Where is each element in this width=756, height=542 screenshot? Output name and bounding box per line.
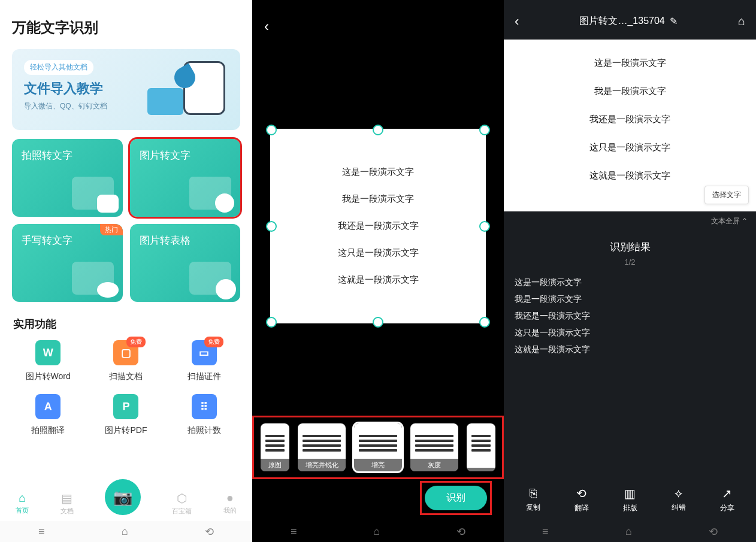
sys-back-icon[interactable]: ⟲ xyxy=(456,525,465,538)
sys-menu-icon[interactable]: ≡ xyxy=(291,525,297,538)
action-翻译[interactable]: ⟲翻译 xyxy=(574,486,589,513)
nav-home[interactable]: ⌂ 首页 xyxy=(16,491,29,515)
action-label: 复制 xyxy=(526,503,540,511)
crop-handle-tr[interactable] xyxy=(479,125,490,135)
recognize-button[interactable]: 识别 xyxy=(425,486,487,510)
filter-label: 灰度 xyxy=(410,459,458,471)
preview-lines: 这是一段演示文字我是一段演示文字我还是一段演示文字这只是一段演示文字这就是一段演… xyxy=(516,57,744,181)
tile-photo-to-text[interactable]: 拍照转文字 xyxy=(12,139,123,217)
result-panel: ‹ 图片转文…_135704 ✎ ⌂ 这是一段演示文字我是一段演示文字我还是一段… xyxy=(504,0,756,542)
sys-menu-icon[interactable]: ≡ xyxy=(38,525,45,538)
action-icon: ↗ xyxy=(720,486,734,501)
sys-home-icon[interactable]: ⌂ xyxy=(625,525,632,538)
nav-label: 首页 xyxy=(16,506,29,515)
back-button[interactable]: ‹ xyxy=(264,18,269,35)
result-title: 识别结果 xyxy=(504,240,756,254)
action-bar: ⎘复制⟲翻译▥排版⟡纠错↗分享 xyxy=(504,480,756,519)
feature-tiles: 拍照转文字 图片转文字 热门 手写转文字 图片转表格 xyxy=(0,139,252,302)
tool-item[interactable]: P图片转PDF xyxy=(90,394,162,436)
result-line[interactable]: 这就是一段演示文字 xyxy=(515,344,745,355)
edit-icon[interactable]: ✎ xyxy=(670,16,678,27)
sys-menu-icon[interactable]: ≡ xyxy=(542,525,549,538)
crop-handle-tm[interactable] xyxy=(373,125,383,135)
nav-docs[interactable]: ▤ 文档 xyxy=(61,491,74,516)
filter-option[interactable]: 灰度 xyxy=(410,423,458,471)
action-icon: ⎘ xyxy=(526,486,540,500)
filter-option[interactable]: 增亮 xyxy=(354,423,402,471)
tools-section-title: 实用功能 xyxy=(0,302,252,340)
crop-panel: ‹ 这是一段演示文字我是一段演示文字我还是一段演示文字这只是一段演示文字这就是一… xyxy=(252,0,504,542)
tool-item[interactable]: 免费▢扫描文档 xyxy=(90,340,162,382)
action-纠错[interactable]: ⟡纠错 xyxy=(672,486,686,513)
folder-icon xyxy=(189,177,231,210)
tool-item[interactable]: W图片转Word xyxy=(12,340,84,382)
filter-label xyxy=(467,468,495,471)
nav-profile[interactable]: ● 我的 xyxy=(223,491,237,515)
filter-label: 增亮并锐化 xyxy=(298,459,346,471)
tool-icon: A xyxy=(35,394,61,419)
tool-label: 图片转PDF xyxy=(90,425,162,436)
select-text-button[interactable]: 选择文字 xyxy=(704,186,749,204)
import-tutorial-card[interactable]: 轻松导入其他文档 文件导入教学 导入微信、QQ、钉钉文档 xyxy=(12,49,240,130)
filter-option[interactable] xyxy=(467,423,495,471)
filter-label: 增亮 xyxy=(354,459,402,471)
free-badge: 免费 xyxy=(126,337,146,347)
system-nav: ≡ ⌂ ⟲ xyxy=(0,521,252,542)
tool-label: 拍照计数 xyxy=(168,425,240,436)
nav-camera-button[interactable]: 📷 xyxy=(105,479,141,515)
result-header: ‹ 图片转文…_135704 ✎ ⌂ xyxy=(504,0,756,34)
result-line[interactable]: 我还是一段演示文字 xyxy=(515,311,745,322)
tile-image-to-text[interactable]: 图片转文字 xyxy=(130,139,241,217)
tools-grid: W图片转Word免费▢扫描文档免费▭扫描证件A拍照翻译P图片转PDF⠿拍照计数 xyxy=(0,340,252,436)
tool-item[interactable]: A拍照翻译 xyxy=(12,394,84,436)
filter-option[interactable]: 增亮并锐化 xyxy=(298,423,346,471)
nav-label: 我的 xyxy=(223,506,237,515)
result-page-indicator: 1/2 xyxy=(504,258,756,267)
action-复制[interactable]: ⎘复制 xyxy=(526,486,540,513)
action-分享[interactable]: ↗分享 xyxy=(720,486,734,513)
filter-label: 原图 xyxy=(261,459,289,471)
result-lines[interactable]: 这是一段演示文字我是一段演示文字我还是一段演示文字这只是一段演示文字这就是一段演… xyxy=(504,277,756,355)
chevron-up-icon: ⌃ xyxy=(742,217,748,225)
hot-badge: 热门 xyxy=(100,224,123,235)
sys-back-icon[interactable]: ⟲ xyxy=(205,525,214,538)
tool-label: 扫描文档 xyxy=(90,371,162,382)
tool-icon: ⠿ xyxy=(192,394,217,419)
camera-icon: 📷 xyxy=(113,488,132,507)
result-line[interactable]: 这是一段演示文字 xyxy=(515,277,745,288)
search-icon xyxy=(189,262,231,295)
sys-home-icon[interactable]: ⌂ xyxy=(373,525,380,538)
docs-icon: ▤ xyxy=(61,491,74,505)
tool-item[interactable]: ⠿拍照计数 xyxy=(168,394,240,436)
filter-bar[interactable]: 原图增亮并锐化增亮灰度 xyxy=(257,420,499,474)
free-badge: 免费 xyxy=(204,337,223,347)
crop-handle-ml[interactable] xyxy=(266,221,277,232)
result-line[interactable]: 这只是一段演示文字 xyxy=(515,328,745,338)
crop-handle-bl[interactable] xyxy=(266,317,277,328)
nav-label: 文档 xyxy=(61,507,74,516)
tile-handwriting-to-text[interactable]: 热门 手写转文字 xyxy=(12,224,123,302)
tool-item[interactable]: 免费▭扫描证件 xyxy=(168,340,240,382)
sys-back-icon[interactable]: ⟲ xyxy=(709,525,718,538)
fullscreen-toggle[interactable]: 文本全屏 ⌃ xyxy=(504,211,756,231)
action-icon: ▥ xyxy=(623,486,637,501)
home-button[interactable]: ⌂ xyxy=(738,14,745,28)
tool-label: 扫描证件 xyxy=(168,371,240,382)
nav-toolbox[interactable]: ⬡ 百宝箱 xyxy=(172,491,192,516)
action-icon: ⟡ xyxy=(672,486,686,500)
back-button[interactable]: ‹ xyxy=(515,14,519,29)
crop-handle-br[interactable] xyxy=(479,317,490,328)
action-排版[interactable]: ▥排版 xyxy=(623,486,637,513)
result-line[interactable]: 我是一段演示文字 xyxy=(515,294,745,305)
nav-label: 百宝箱 xyxy=(172,507,192,516)
filter-option[interactable]: 原图 xyxy=(261,423,289,471)
import-badge: 轻松导入其他文档 xyxy=(24,60,93,75)
camera-icon xyxy=(72,177,114,210)
crop-handle-mr[interactable] xyxy=(479,221,490,232)
sys-home-icon[interactable]: ⌂ xyxy=(122,525,128,538)
crop-frame[interactable]: 这是一段演示文字我是一段演示文字我还是一段演示文字这只是一段演示文字这就是一段演… xyxy=(270,129,486,323)
tile-image-to-table[interactable]: 图片转表格 xyxy=(130,224,241,302)
crop-handle-bm[interactable] xyxy=(373,317,383,328)
crop-handle-tl[interactable] xyxy=(266,125,277,135)
tool-icon: P xyxy=(113,394,138,419)
